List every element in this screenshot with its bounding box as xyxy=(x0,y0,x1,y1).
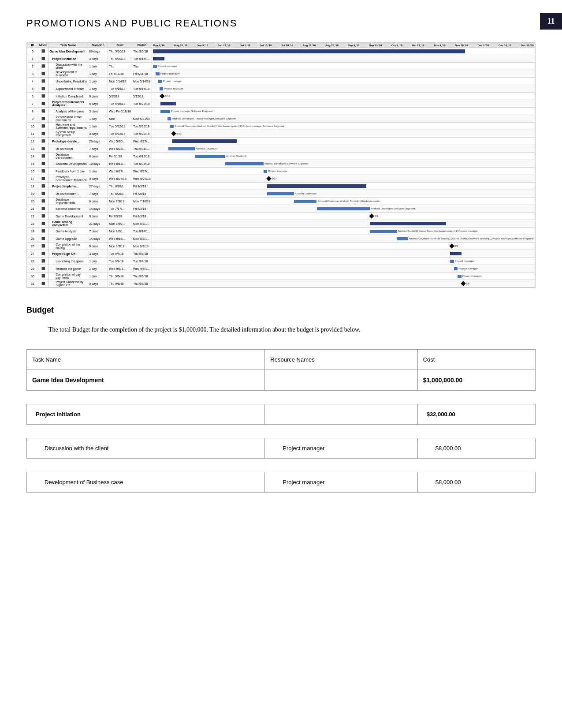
budget-table: Task Name Resource Names Cost Game Idea … xyxy=(26,349,536,493)
gantt-row: 6 ⬛ Initiation Completed 0 days 5/15/18 … xyxy=(27,93,535,100)
budget-cell-name: Discussion with the client xyxy=(27,438,265,459)
budget-table-header-row: Task Name Resource Names Cost xyxy=(27,350,536,370)
gantt-row: 15 ⬛ Backend Development 10 days Wed 6/1… xyxy=(27,160,535,168)
gantt-row: 20 ⬛ Database Improvements 6 days Mon 7/… xyxy=(27,198,535,205)
budget-row-discussion: Discussion with the client Project manag… xyxy=(27,438,536,459)
gantt-row: 24 ⬛ Game Analysis 7 days Mon 8/6/1... T… xyxy=(27,228,535,235)
gantt-row: 8 ⬛ Analysis of the game 3 days Wed Fri … xyxy=(27,108,535,115)
gantt-row: 29 ⬛ Release the game 1 day Wed 9/5/1...… xyxy=(27,265,535,273)
budget-cell-name: Game Idea Development xyxy=(27,370,265,391)
budget-col-cost: Cost xyxy=(417,350,535,370)
gantt-row: 22 ⬛ Game Development 0 days Fri 8/3/18 … xyxy=(27,213,535,220)
budget-row-project-initiation: Project initiation $32,000.00 xyxy=(27,404,536,425)
gantt-row: 23 ⬛ Game Testing completed 21 days Mon … xyxy=(27,220,535,228)
gantt-start-header: Start xyxy=(108,43,132,48)
budget-col-taskname: Task Name xyxy=(27,350,265,370)
budget-col-resource: Resource Names xyxy=(265,350,417,370)
gantt-row: 2 ⬛ Discussion with the client 1 day Thu… xyxy=(27,63,535,70)
gantt-row: 10 ⬛ Hardware and Software requirements … xyxy=(27,123,535,130)
gantt-row: 19 ⬛ UI developmen... 7 days Thu 6/28/1.… xyxy=(27,190,535,198)
gantt-row: 7 ⬛ Project Requirements Analysis 5 days… xyxy=(27,100,535,108)
gantt-finish-header: Finish xyxy=(132,43,152,48)
budget-cell-name: Project initiation xyxy=(27,404,265,425)
gantt-row: 14 ⬛ Database development 8 days Fri 6/1… xyxy=(27,153,535,160)
budget-paragraph: The total Budget for the completion of t… xyxy=(26,324,536,336)
gantt-row: 28 ⬛ Launching the game 1 day Tue 9/4/18… xyxy=(27,258,535,265)
gantt-row: 30 ⬛ Completion of day payments 1 day Th… xyxy=(27,273,535,280)
page-title: PROMOTIONS AND PUBLIC REALTIONS xyxy=(26,18,536,29)
budget-cell-resource xyxy=(265,370,417,391)
gantt-mode-header: Mode xyxy=(38,43,48,48)
gantt-row: 21 ⬛ backend coded in 14 days Tue 7/17/.… xyxy=(27,205,535,213)
gantt-row: 27 ⬛ Project Sign Off 3 days Tue 9/4/18 … xyxy=(27,250,535,258)
gantt-row: 11 ⬛ System Setup Completed 0 days Tue 5… xyxy=(27,130,535,138)
gantt-dur-header: Duration xyxy=(88,43,108,48)
gantt-timeline-header: May 6,'18May 20,'18Jun 3,'18Jun 17,'18Ju… xyxy=(152,43,535,48)
budget-cell-name: Development of Business case xyxy=(27,472,265,493)
gantt-row: 1 ⬛ Project Initiation 4 days Thu 5/10/1… xyxy=(27,55,535,63)
gantt-name-header: Task Name xyxy=(48,43,88,48)
gantt-row: 0 ⬛ Game Idea Development 86 days Thu 5/… xyxy=(27,48,535,55)
budget-heading: Budget xyxy=(26,306,536,315)
gantt-row: 13 ⬛ UI developer 7 days Wed 5/23/... Th… xyxy=(27,145,535,153)
budget-section: Budget The total Budget for the completi… xyxy=(26,306,536,493)
gantt-row: 25 ⬛ Game Upgrade 14 days Wed 8/15/... M… xyxy=(27,235,535,243)
gantt-row: 17 ⬛ Prototype development feedback 0 da… xyxy=(27,175,535,183)
gantt-row: 16 ⬛ Feedback from 1 day 1 day Wed 6/27/… xyxy=(27,168,535,175)
gantt-row: 5 ⬛ Appointment of team 1 day Tue 5/15/1… xyxy=(27,85,535,93)
gantt-row: 18 ⬛ Project Impleme... 27 days Thu 6/28… xyxy=(27,183,535,190)
gantt-row: 3 ⬛ Development of Business 1 day Fri 5/… xyxy=(27,70,535,78)
budget-cell-cost: $8,000.00 xyxy=(417,438,535,459)
budget-cell-resource: Project manager xyxy=(265,438,417,459)
budget-row-dev-business: Development of Business case Project man… xyxy=(27,472,536,493)
gantt-row: 9 ⬛ Identification of the platform for 1… xyxy=(27,115,535,123)
gantt-chart: ID Mode Task Name Duration Start Finish … xyxy=(26,42,536,288)
budget-cell-resource: Project manager xyxy=(265,472,417,493)
budget-cell-resource xyxy=(265,404,417,425)
gantt-row: 31 ⬛ Project Successfully Signed Off 0 d… xyxy=(27,280,535,287)
gantt-row: 12 ⬛ Prototype develo... 26 days Wed 5/3… xyxy=(27,138,535,145)
gantt-id-header: ID xyxy=(27,43,38,48)
gantt-row: 4 ⬛ Undertaking Feasibility 1 day Mon 5/… xyxy=(27,78,535,85)
budget-cell-cost: $8,000.00 xyxy=(417,472,535,493)
page-number: 11 xyxy=(540,13,562,30)
budget-row-game-idea: Game Idea Development $1,000,000.00 xyxy=(27,370,536,391)
gantt-row: 26 ⬛ Completion of the testing 0 days Mo… xyxy=(27,243,535,250)
budget-cell-cost: $32,000.00 xyxy=(417,404,535,425)
budget-cell-cost: $1,000,000.00 xyxy=(417,370,535,391)
